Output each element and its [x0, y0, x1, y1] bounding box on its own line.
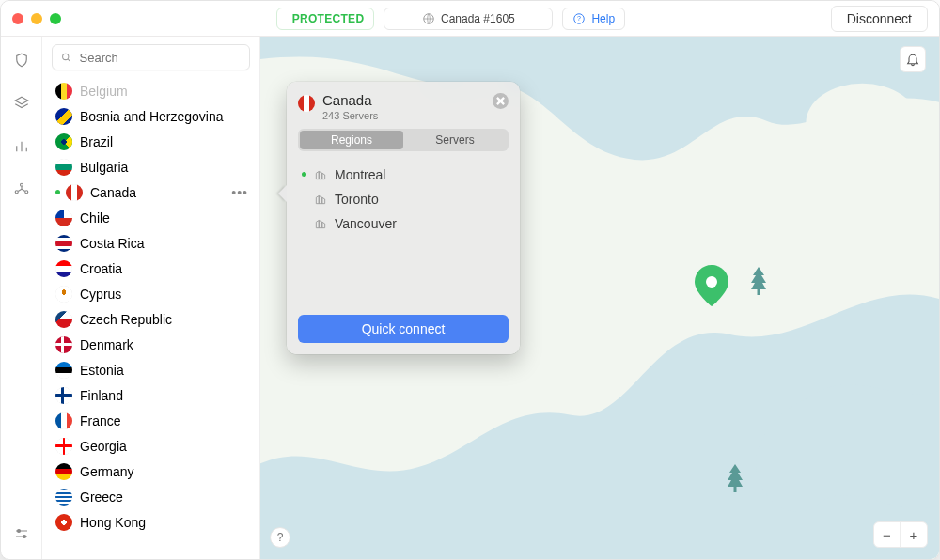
flag-gr-icon — [55, 489, 72, 506]
window-controls — [12, 13, 61, 24]
svg-point-9 — [63, 54, 69, 59]
flag-ba-icon — [55, 108, 72, 125]
zoom-out-button[interactable]: − — [874, 522, 901, 547]
globe-icon — [422, 12, 435, 25]
country-label: Costa Rica — [80, 236, 144, 251]
flag-be-icon — [55, 83, 72, 100]
zoom-controls: − + — [873, 521, 928, 548]
nav-mesh-icon[interactable] — [13, 181, 30, 202]
country-label: Estonia — [80, 363, 124, 378]
country-row-de[interactable]: Germany — [46, 459, 256, 484]
map-canvas[interactable]: Canada 243 Servers Regions Servers Montr… — [260, 37, 939, 559]
popover-subtitle: 243 Servers — [322, 110, 378, 121]
app-window: PROTECTED Canada #1605 ? Help Disconnect — [0, 0, 940, 560]
search-field[interactable] — [52, 44, 250, 70]
country-label: Bulgaria — [80, 160, 128, 175]
country-row-cy[interactable]: Cyprus — [46, 281, 256, 306]
country-sidebar: BelgiumBosnia and HerzegovinaBrazilBulga… — [42, 37, 260, 559]
tab-servers[interactable]: Servers — [403, 131, 507, 149]
help-label: Help — [591, 12, 615, 25]
country-label: Hong Kong — [80, 515, 146, 530]
country-label: Brazil — [80, 134, 113, 149]
flag-dk-icon — [55, 336, 72, 353]
connected-dot-icon — [55, 190, 60, 194]
nav-shield-icon[interactable] — [13, 52, 30, 72]
zoom-in-button[interactable]: + — [901, 522, 927, 547]
popover-title: Canada — [322, 93, 378, 109]
nav-stats-icon[interactable] — [13, 138, 30, 159]
zoom-window-button[interactable] — [50, 13, 61, 24]
country-row-ge[interactable]: Georgia — [46, 433, 256, 459]
connected-dot-icon — [302, 172, 306, 177]
region-label: Montreal — [335, 167, 385, 182]
search-input[interactable] — [80, 51, 242, 65]
svg-point-5 — [15, 191, 18, 194]
country-row-ca[interactable]: Canada••• — [46, 179, 256, 205]
minimize-window-button[interactable] — [31, 13, 42, 24]
country-row-bg[interactable]: Bulgaria — [46, 154, 256, 179]
svg-text:?: ? — [577, 15, 581, 22]
nav-settings-icon[interactable] — [13, 525, 30, 546]
help-icon: ? — [572, 12, 586, 25]
region-row[interactable]: Vancouver — [302, 211, 505, 236]
country-label: Croatia — [80, 261, 122, 276]
close-icon — [496, 97, 505, 105]
svg-point-11 — [806, 84, 918, 163]
help-pill[interactable]: ? Help — [562, 8, 625, 30]
country-label: Belgium — [80, 84, 128, 99]
country-row-cz[interactable]: Czech Republic — [46, 306, 256, 332]
flag-ge-icon — [55, 438, 72, 455]
country-row-dk[interactable]: Denmark — [46, 332, 256, 357]
country-label: Czech Republic — [80, 312, 172, 327]
flag-ee-icon — [55, 362, 72, 379]
flag-hr-icon — [55, 260, 72, 277]
notifications-button[interactable] — [900, 46, 926, 72]
country-row-ba[interactable]: Bosnia and Herzegovina — [46, 103, 256, 129]
country-row-cr[interactable]: Costa Rica — [46, 230, 256, 256]
country-row-br[interactable]: Brazil — [46, 129, 256, 154]
map-tree-icon — [726, 464, 744, 496]
flag-hk-icon — [55, 514, 72, 531]
popover-close-button[interactable] — [493, 93, 509, 109]
flag-br-icon — [55, 133, 72, 150]
region-label: Vancouver — [335, 216, 397, 231]
nav-rail — [1, 37, 42, 559]
country-row-hr[interactable]: Croatia — [46, 256, 256, 281]
country-row-gr[interactable]: Greece — [46, 484, 256, 509]
map-help-button[interactable]: ? — [270, 527, 290, 548]
country-row-cl[interactable]: Chile — [46, 205, 256, 230]
region-row[interactable]: Montreal — [302, 163, 505, 187]
country-label: Canada — [90, 185, 136, 200]
country-row-hk[interactable]: Hong Kong — [46, 509, 256, 535]
map-location-pin[interactable] — [695, 265, 728, 310]
svg-point-8 — [23, 536, 25, 538]
quick-connect-button[interactable]: Quick connect — [298, 315, 509, 343]
connection-status-pill: PROTECTED — [276, 8, 375, 30]
country-label: Cyprus — [80, 287, 121, 302]
search-icon — [60, 51, 72, 64]
flag-fi-icon — [55, 387, 72, 404]
svg-point-7 — [17, 530, 20, 533]
region-label: Toronto — [335, 192, 379, 207]
country-popover: Canada 243 Servers Regions Servers Montr… — [287, 82, 520, 354]
country-row-fr[interactable]: France — [46, 408, 256, 433]
country-label: Germany — [80, 464, 134, 479]
flag-cz-icon — [55, 311, 72, 328]
region-row[interactable]: Toronto — [302, 187, 505, 211]
country-list[interactable]: BelgiumBosnia and HerzegovinaBrazilBulga… — [42, 78, 259, 559]
close-window-button[interactable] — [12, 13, 24, 24]
country-label: Georgia — [80, 439, 127, 454]
country-more-button[interactable]: ••• — [231, 185, 248, 200]
current-server-pill[interactable]: Canada #1605 — [384, 8, 553, 30]
city-icon — [314, 168, 327, 181]
titlebar: PROTECTED Canada #1605 ? Help Disconnect — [1, 1, 939, 37]
tab-regions[interactable]: Regions — [300, 131, 403, 149]
nav-layers-icon[interactable] — [13, 95, 30, 116]
country-row-ee[interactable]: Estonia — [46, 357, 256, 382]
svg-point-12 — [706, 276, 717, 288]
disconnect-button[interactable]: Disconnect — [831, 6, 928, 32]
country-row-fi[interactable]: Finland — [46, 382, 256, 408]
country-row-be[interactable]: Belgium — [46, 78, 256, 103]
map-tree-icon — [749, 267, 768, 299]
popover-tabs: Regions Servers — [298, 129, 509, 151]
